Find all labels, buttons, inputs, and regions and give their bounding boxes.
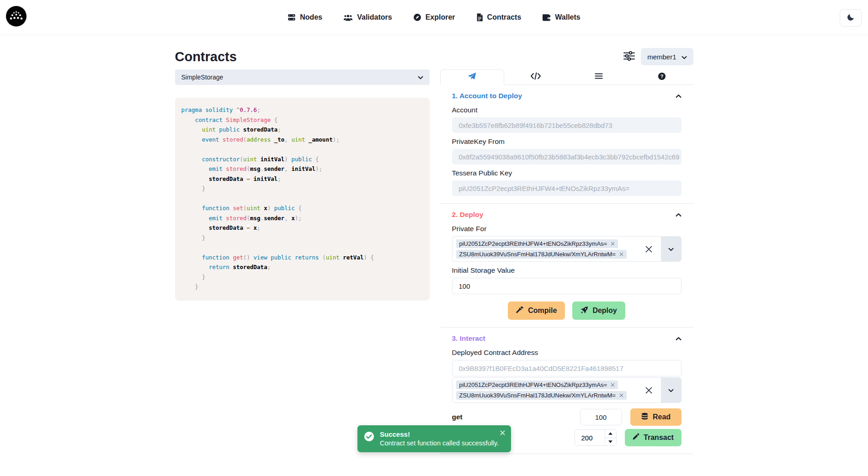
tag-label: ZSU8mUuok39VuSnsFmHal178JdUNekw/XmYLArRn… (459, 251, 616, 258)
set-value-stepper (575, 429, 617, 446)
get-value-input[interactable] (580, 409, 622, 425)
code-line: function set(uint x) public { (181, 203, 423, 213)
private-for-tag: ZSU8mUuok39VuSnsFmHal178JdUNekw/XmYLArRn… (456, 250, 627, 259)
rocket-icon (580, 306, 588, 316)
code-line: pragma solidity ^0.7.6; (181, 105, 423, 115)
accordion-header-deploy[interactable]: 2. Deploy (452, 209, 682, 220)
navbar: NodesValidatorsExplorerContractsWallets (0, 0, 868, 35)
chevron-up-icon (676, 211, 682, 219)
field-label: Tessera Public Key (452, 169, 682, 177)
get-function-label: get (452, 413, 463, 421)
tessera-public-key-input: piU2051ZcP2ecpt3REthHJFW4+tENOsZikRpz33y… (452, 180, 682, 196)
nav-item-wallets[interactable]: Wallets (542, 13, 580, 21)
code-line: } (181, 233, 423, 243)
selected-tags: piU2051ZcP2ecpt3REthHJFW4+tENOsZikRpz33y… (453, 378, 641, 402)
tab-question[interactable]: ? (630, 69, 693, 85)
code-line: function get() view public returns (uint… (181, 253, 423, 263)
section-title: 1. Account to Deploy (452, 92, 522, 100)
private-for-select[interactable]: piU2051ZcP2ecpt3REthHJFW4+tENOsZikRpz33y… (452, 377, 682, 403)
code-line: emit stored(msg.sender, x); (181, 213, 423, 223)
users-icon (343, 14, 353, 21)
node-select[interactable]: member1 (641, 48, 693, 65)
wallet-icon (542, 14, 551, 21)
tab-list[interactable] (567, 69, 630, 85)
private-for-tag: ZSU8mUuok39VuSnsFmHal178JdUNekw/XmYLArRn… (456, 391, 627, 400)
remove-tag-icon[interactable] (611, 383, 615, 387)
read-button-label: Read (653, 413, 671, 421)
app-logo[interactable] (6, 6, 27, 28)
clear-all-icon[interactable] (645, 245, 653, 253)
tag-label: piU2051ZcP2ecpt3REthHJFW4+tENOsZikRpz33y… (459, 381, 607, 388)
remove-tag-icon[interactable] (619, 252, 623, 256)
field-label: Account (452, 106, 682, 114)
code-line: event stored(address _to, uint _amount); (181, 135, 423, 145)
node-select-value: member1 (647, 53, 676, 61)
contract-select[interactable]: SimpleStorage (175, 69, 430, 85)
success-toast: Success! Contract set function called su… (357, 425, 511, 452)
nav-item-label: Contracts (487, 13, 522, 21)
compass-icon (413, 13, 421, 21)
nav-item-label: Validators (357, 13, 392, 21)
nav-item-explorer[interactable]: Explorer (413, 13, 455, 21)
toast-message: Contract set function called successfull… (380, 439, 499, 448)
editor-column: SimpleStorage pragma solidity ^0.7.6; co… (175, 69, 430, 301)
toast-close-icon[interactable] (499, 429, 506, 437)
code-line: storedData = x; (181, 223, 423, 233)
remove-tag-icon[interactable] (619, 393, 623, 397)
svg-text:?: ? (660, 73, 663, 79)
account-fields: Account0xfe3b557e8fb62b89f4916b721be55ce… (452, 106, 682, 196)
database-icon (641, 413, 649, 422)
initial-storage-input[interactable] (452, 278, 682, 294)
contract-select-value: SimpleStorage (181, 74, 224, 81)
panel-tabs: ? (440, 69, 693, 85)
deploy-panel: ? 1. Account to Deploy Account0xfe3b557e… (440, 69, 693, 454)
accordion-header-account[interactable]: 1. Account to Deploy (452, 90, 682, 101)
nav-item-contracts[interactable]: Contracts (476, 13, 522, 21)
tab-code[interactable] (504, 69, 567, 85)
check-circle-icon (364, 431, 374, 442)
code-line: contract SimpleStorage { (181, 115, 423, 125)
accordion-header-interact[interactable]: 3. Interact (452, 333, 682, 344)
code-line: emit stored(msg.sender, initVal); (181, 164, 423, 174)
deploy-button[interactable]: Deploy (572, 301, 625, 320)
toast-title: Success! (380, 429, 499, 439)
section-deploy: 2. Deploy Private For piU2051ZcP2ecpt3RE… (440, 204, 693, 328)
clear-all-icon[interactable] (645, 386, 653, 394)
transact-button-label: Transact (644, 434, 674, 442)
nav-item-validators[interactable]: Validators (343, 13, 392, 21)
code-line: storedData = initVal; (181, 174, 423, 184)
section-title: 3. Interact (452, 334, 485, 343)
read-button[interactable]: Read (630, 408, 682, 426)
solidity-code-editor[interactable]: pragma solidity ^0.7.6; contract SimpleS… (175, 98, 430, 301)
nav-menu: NodesValidatorsExplorerContractsWallets (288, 13, 580, 21)
code-line (181, 194, 423, 204)
remove-tag-icon[interactable] (611, 242, 615, 246)
privatekey-from-input: 0x8f2a55949038a9610f50fb23b5883af3b4ecb3… (452, 149, 682, 164)
tab-paper-plane[interactable] (440, 69, 504, 85)
nav-item-label: Nodes (300, 13, 322, 21)
dark-mode-toggle[interactable] (840, 9, 862, 26)
code-line: uint public storedData; (181, 125, 423, 135)
stepper-down-icon[interactable] (605, 438, 616, 446)
chevron-down-icon[interactable] (661, 237, 681, 261)
deployed-address-input[interactable] (452, 360, 682, 376)
question-icon: ? (658, 72, 666, 82)
chevron-down-icon[interactable] (661, 378, 681, 402)
get-function-row: get Read (452, 408, 682, 426)
section-account-to-deploy: 1. Account to Deploy Account0xfe3b557e8f… (440, 85, 693, 204)
chevron-up-icon (676, 334, 682, 343)
compile-button[interactable]: Compile (508, 301, 565, 320)
private-for-select[interactable]: piU2051ZcP2ecpt3REthHJFW4+tENOsZikRpz33y… (452, 236, 682, 262)
transact-button[interactable]: Transact (625, 429, 682, 446)
code-line: return storedData; (181, 262, 423, 272)
nav-item-label: Wallets (555, 13, 580, 21)
chevron-down-icon (418, 74, 423, 81)
code-line: constructor(uint initVal) public { (181, 154, 423, 164)
stepper-up-icon[interactable] (605, 430, 616, 438)
page-title: Contracts (175, 49, 237, 64)
settings-button[interactable] (622, 50, 636, 63)
nav-item-nodes[interactable]: Nodes (288, 13, 322, 21)
list-icon (595, 73, 603, 81)
initial-storage-label: Initial Storage Value (452, 266, 682, 275)
chevron-down-icon (668, 386, 674, 394)
